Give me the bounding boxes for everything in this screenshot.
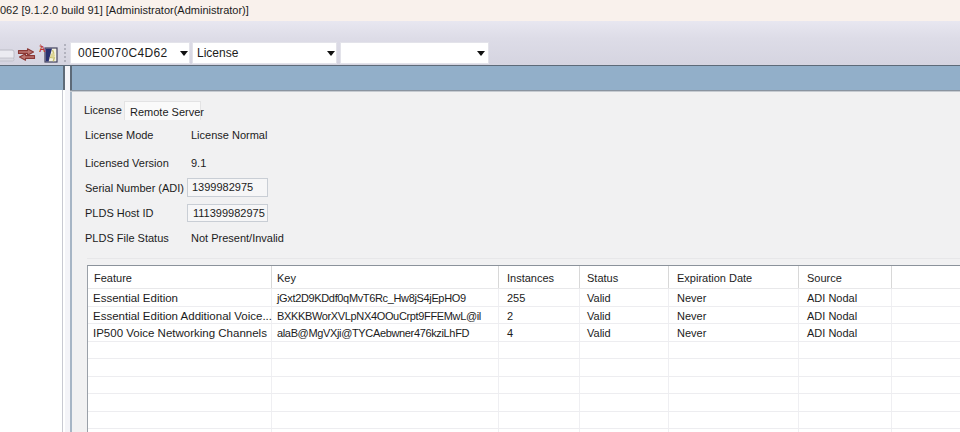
svg-text:A: A: [39, 44, 46, 54]
